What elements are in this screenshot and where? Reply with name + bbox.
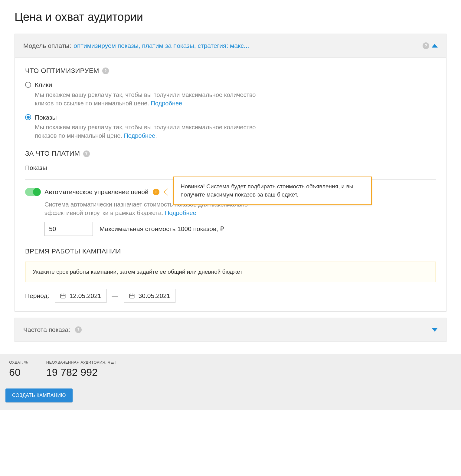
optimize-label-clicks[interactable]: Клики	[35, 80, 52, 89]
payment-model-panel: Модель оплаты: оптимизируем показы, плат…	[15, 34, 446, 312]
max-price-input[interactable]	[44, 222, 93, 236]
chevron-up-icon[interactable]	[432, 44, 438, 48]
date-to-input[interactable]: 30.05.2021	[124, 289, 175, 303]
reach-label: ОХВАТ, %	[9, 360, 28, 365]
more-link[interactable]: Подробнее	[124, 132, 155, 139]
pay-for-value: Показы	[25, 163, 436, 172]
more-link[interactable]: Подробнее	[165, 210, 196, 216]
calendar-icon	[60, 293, 66, 299]
date-from-value: 12.05.2021	[70, 291, 101, 300]
frequency-header[interactable]: Частота показа: не ограничена ?	[15, 318, 446, 341]
period-label: Период:	[25, 291, 49, 300]
frequency-panel: Частота показа: не ограничена ?	[15, 318, 446, 342]
reach-value: 60	[9, 365, 28, 380]
campaign-time-title: ВРЕМЯ РАБОТЫ КАМПАНИИ	[25, 247, 436, 256]
payment-model-header[interactable]: Модель оплаты: оптимизируем показы, плат…	[15, 34, 446, 58]
calendar-icon	[129, 293, 135, 299]
svg-rect-4	[129, 294, 134, 298]
max-price-label: Максимальная стоимость 1000 показов, ₽	[100, 224, 224, 233]
create-campaign-button[interactable]: СОЗДАТЬ КАМПАНИЮ	[5, 388, 73, 402]
chevron-down-icon[interactable]	[432, 328, 438, 332]
uncovered-value: 19 782 992	[46, 365, 116, 380]
optimize-title: ЧТО ОПТИМИЗИРУЕМ ?	[25, 66, 436, 76]
svg-rect-0	[60, 294, 65, 298]
info-icon[interactable]: i	[153, 189, 159, 195]
help-icon[interactable]: ?	[83, 150, 90, 157]
optimize-radio-impressions[interactable]	[25, 114, 31, 120]
date-to-value: 30.05.2021	[139, 291, 170, 300]
page-title: Цена и охват аудитории	[15, 9, 446, 25]
auto-price-tooltip: Новинка! Система будет подбирать стоимос…	[173, 177, 372, 205]
payment-model-label: Модель оплаты:	[23, 41, 71, 50]
campaign-time-warning: Укажите срок работы кампании, затем зада…	[25, 262, 436, 283]
tooltip-pointer	[164, 188, 168, 196]
auto-price-toggle-label: Автоматическое управление ценой	[44, 187, 149, 196]
optimize-radio-clicks[interactable]	[25, 82, 31, 88]
optimize-desc-impressions: Мы покажем вашу рекламу так, чтобы вы по…	[35, 123, 271, 140]
pay-for-title: ЗА ЧТО ПЛАТИМ ?	[25, 149, 436, 158]
help-icon[interactable]: ?	[75, 326, 82, 333]
frequency-label: Частота показа:	[23, 325, 70, 334]
auto-price-toggle[interactable]	[25, 188, 40, 196]
create-bar: СОЗДАТЬ КАМПАНИЮ	[0, 385, 461, 410]
date-from-input[interactable]: 12.05.2021	[55, 289, 106, 303]
payment-model-value: оптимизируем показы, платим за показы, с…	[74, 41, 420, 50]
optimize-label-impressions[interactable]: Показы	[35, 113, 57, 122]
help-icon[interactable]: ?	[102, 68, 109, 74]
more-link[interactable]: Подробнее	[151, 100, 182, 107]
date-dash: —	[112, 291, 118, 300]
optimize-desc-clicks: Мы покажем вашу рекламу так, чтобы вы по…	[35, 91, 271, 107]
help-icon[interactable]: ?	[423, 42, 429, 49]
footer-stats: ОХВАТ, % 60 НЕОХВАЧЕННАЯ АУДИТОРИЯ, ЧЕЛ …	[0, 354, 461, 385]
uncovered-label: НЕОХВАЧЕННАЯ АУДИТОРИЯ, ЧЕЛ	[46, 360, 116, 365]
